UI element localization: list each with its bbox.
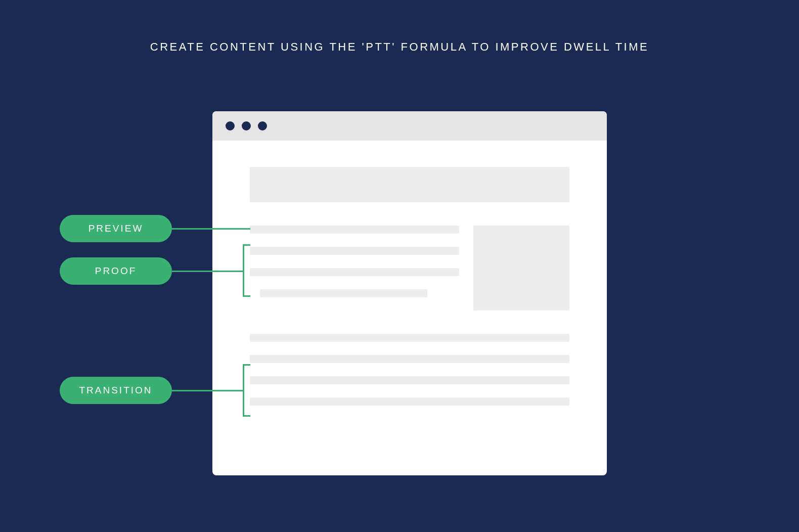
proof-connector	[172, 271, 243, 272]
transition-connector	[172, 390, 243, 391]
text-line-placeholder	[250, 397, 569, 406]
window-dot-icon	[258, 121, 267, 130]
preview-label: PREVIEW	[60, 215, 172, 242]
text-line-placeholder	[250, 355, 569, 363]
window-dot-icon	[242, 121, 251, 130]
transition-bracket	[243, 364, 250, 417]
hero-placeholder	[250, 167, 569, 202]
text-line-placeholder	[250, 334, 569, 342]
page-content	[212, 141, 607, 406]
text-line-placeholder	[250, 247, 459, 255]
browser-mock	[212, 111, 607, 475]
text-line-placeholder	[260, 289, 427, 297]
text-line-placeholder	[250, 376, 569, 384]
browser-titlebar	[212, 111, 607, 141]
preview-connector	[172, 228, 250, 230]
text-line-placeholder	[250, 268, 459, 276]
proof-bracket	[243, 244, 250, 297]
proof-label: PROOF	[60, 257, 172, 285]
transition-label: TRANSITION	[60, 377, 172, 404]
image-placeholder	[473, 226, 569, 311]
text-line-placeholder	[250, 226, 459, 234]
window-dot-icon	[226, 121, 235, 130]
page-title: CREATE CONTENT USING THE 'PTT' FORMULA T…	[150, 40, 649, 54]
